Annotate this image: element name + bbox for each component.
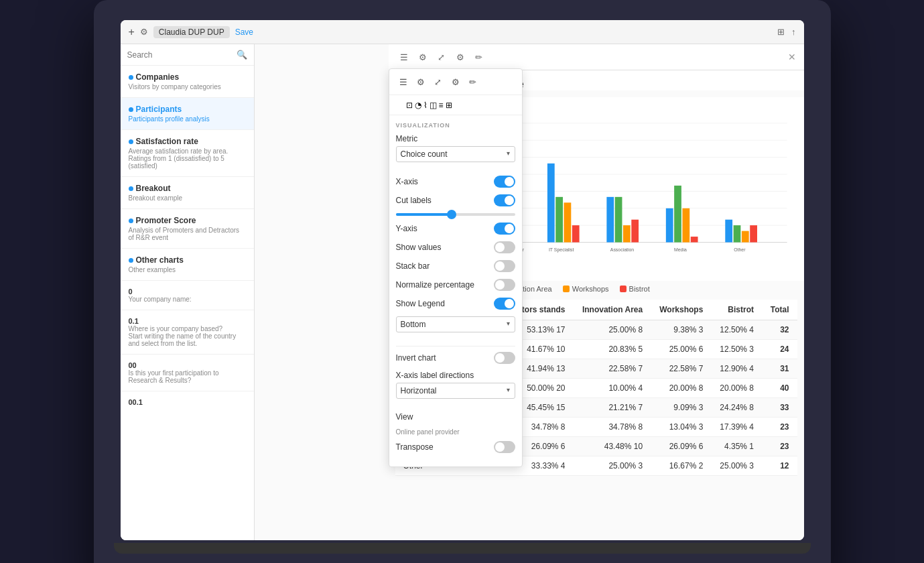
pencil-icon[interactable]: ✏ xyxy=(466,74,480,89)
xaxis-dir-select[interactable]: Horizontal xyxy=(396,383,515,399)
section-title: Other charts xyxy=(136,255,184,265)
transpose-label: Transpose xyxy=(396,442,434,452)
export-icon[interactable]: ↑ xyxy=(791,27,796,37)
settings-icon[interactable]: ⚙ xyxy=(140,27,148,37)
resize-icon[interactable]: ⤢ xyxy=(431,74,446,89)
bar xyxy=(555,197,563,243)
cell-ws: 9.09% 3 xyxy=(651,398,711,418)
legend-label-bistrot: Bistrot xyxy=(629,285,650,293)
xaxis-toggle[interactable] xyxy=(494,176,515,188)
bar-chart-icon[interactable] xyxy=(395,99,404,111)
dot-icon xyxy=(129,186,133,191)
show-values-toggle[interactable] xyxy=(494,241,515,253)
svg-rect-0 xyxy=(395,103,397,108)
search-bar[interactable]: 🔍 xyxy=(121,44,254,66)
invert-chart-row: Invert chart xyxy=(396,352,515,364)
yaxis-toggle[interactable] xyxy=(494,223,515,235)
sidebar-item-companies[interactable]: Companies Visitors by company categories xyxy=(121,66,254,98)
legend-position-select[interactable]: Bottom xyxy=(396,316,515,332)
list-icon[interactable]: ≡ xyxy=(439,101,444,110)
view-label: View xyxy=(396,412,413,422)
share-icon[interactable]: ⊞ xyxy=(777,27,785,37)
menu-icon[interactable]: ☰ xyxy=(396,74,411,89)
bar xyxy=(741,231,748,243)
cell-ws: 16.67% 2 xyxy=(651,456,711,476)
filter-icon[interactable]: ⚙ xyxy=(448,74,463,89)
show-values-label: Show values xyxy=(396,243,442,252)
cell-bs: 24.24% 8 xyxy=(711,398,762,418)
col-header-total: Total xyxy=(762,300,797,320)
normalize-toggle[interactable] xyxy=(494,279,515,291)
legend-workshops: Workshops xyxy=(563,285,609,293)
cut-labels-toggle[interactable] xyxy=(494,194,515,206)
bar xyxy=(733,225,740,242)
close-icon[interactable]: ✕ xyxy=(788,52,796,62)
cell-ia: 22.58% 7 xyxy=(574,359,651,379)
field-0-desc: Your company name: xyxy=(129,296,246,303)
content-area: ☰ ⚙ ⤢ ⚙ ✏ ⊡ ◔ ⌇ ◫ ≡ xyxy=(255,44,804,540)
col-header-innovation: Innovation Area xyxy=(574,300,651,320)
cell-bs: 25.00% 3 xyxy=(711,456,762,476)
bar xyxy=(614,197,622,243)
legend-dot-bistrot xyxy=(620,286,626,292)
add-button[interactable]: + xyxy=(129,26,135,38)
metric-select[interactable]: Choice count xyxy=(396,146,515,162)
bar xyxy=(674,186,681,243)
cell-ws: 25.00% 6 xyxy=(651,340,711,359)
cell-ws: 13.04% 3 xyxy=(651,418,711,437)
dot-icon xyxy=(129,218,133,223)
field-01-desc: Where is your company based? Start writi… xyxy=(129,325,246,347)
cell-bs: 17.39% 4 xyxy=(711,418,762,437)
tab-label[interactable]: Claudia DUP DUP xyxy=(153,26,230,38)
panel-edit-icon[interactable]: ✏ xyxy=(472,50,486,64)
grid-icon[interactable]: ⊞ xyxy=(446,101,452,110)
field-001-label: 00.1 xyxy=(129,398,246,406)
cut-labels-slider[interactable] xyxy=(396,213,515,216)
invert-chart-toggle[interactable] xyxy=(494,352,515,364)
cell-bs: 12.50% 4 xyxy=(711,320,762,340)
search-icon[interactable]: 🔍 xyxy=(237,50,247,60)
sidebar-item-participants[interactable]: Participants Participants profile analys… xyxy=(121,98,254,130)
yaxis-row: Y-axis xyxy=(396,223,515,235)
sidebar-item-satisfaction[interactable]: Satisfaction rate Average satisfaction r… xyxy=(121,130,254,177)
field-01-label: 0.1 xyxy=(129,317,246,325)
normalize-row: Normalize percentage xyxy=(396,279,515,291)
pie-icon[interactable]: ◔ xyxy=(415,101,421,110)
bar xyxy=(547,164,554,243)
sidebar-item-breakout[interactable]: Breakout Breakout example xyxy=(121,177,254,209)
settings-icon[interactable]: ⚙ xyxy=(413,74,428,89)
section-title: Breakout xyxy=(136,184,171,193)
cut-labels-row: Cut labels xyxy=(396,194,515,206)
scatter-icon[interactable]: ⊡ xyxy=(406,101,413,110)
panel-settings-icon[interactable]: ⚙ xyxy=(415,50,430,64)
bar xyxy=(682,208,689,243)
sidebar-item-other[interactable]: Other charts Other examples xyxy=(121,249,254,281)
cell-bs: 20.00% 8 xyxy=(711,379,762,398)
sidebar: 🔍 Companies Visitors by company categori… xyxy=(121,44,255,540)
save-button[interactable]: Save xyxy=(235,27,253,37)
stack-bar-toggle[interactable] xyxy=(494,260,515,272)
sidebar-item-promoter[interactable]: Promoter Score Analysis of Promoters and… xyxy=(121,209,254,249)
chart-panel-header: ☰ ⚙ ⤢ ⚙ ✏ ✕ xyxy=(389,44,804,70)
transpose-row: Transpose xyxy=(396,441,515,453)
line-icon[interactable]: ⌇ xyxy=(423,101,427,110)
search-input[interactable] xyxy=(127,50,233,60)
viz-section-label: VISUALIZATION xyxy=(396,122,515,129)
metric-label: Metric xyxy=(396,134,515,143)
panel-resize-icon[interactable]: ⤢ xyxy=(434,50,449,64)
area-icon[interactable]: ◫ xyxy=(430,101,437,110)
show-legend-toggle[interactable] xyxy=(494,298,515,310)
panel-menu-icon[interactable]: ☰ xyxy=(397,50,411,64)
invert-chart-label: Invert chart xyxy=(396,353,436,363)
svg-rect-2 xyxy=(401,103,403,108)
cell-ia: 21.21% 7 xyxy=(574,398,651,418)
cell-ws: 26.09% 6 xyxy=(651,437,711,456)
cell-bs: 4.35% 1 xyxy=(711,437,762,456)
xaxis-row: X-axis xyxy=(396,176,515,188)
cell-ws: 22.58% 7 xyxy=(651,359,711,379)
transpose-toggle[interactable] xyxy=(494,441,515,453)
field-00-desc: Is this your first participation to Rese… xyxy=(129,369,246,384)
bar xyxy=(725,220,732,243)
panel-filter-icon[interactable]: ⚙ xyxy=(453,50,468,64)
xaxis-dir-label: X-axis label directions xyxy=(396,371,515,380)
